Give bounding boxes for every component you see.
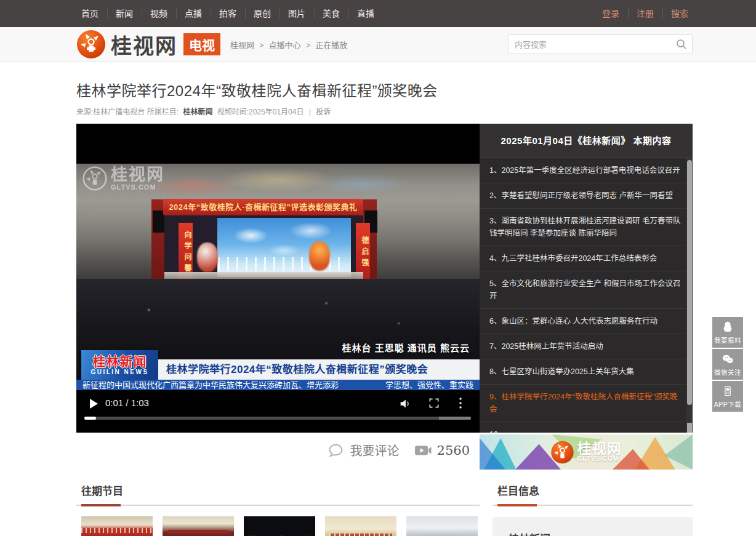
time-display: 0:01 / 1:03: [105, 398, 149, 408]
stage-banner: 2024年“致敬桂院人·奋楫新征程”评选表彰颁奖典礼: [163, 199, 363, 215]
nav-auth-menu: 登录注册搜索: [593, 0, 756, 27]
breadcrumb-item[interactable]: 正在播放: [301, 39, 348, 50]
search-icon[interactable]: [675, 38, 688, 50]
site-logo-icon[interactable]: [76, 30, 106, 59]
playlist-item[interactable]: 8、七星区穿山街道举办2025上关年货大集: [480, 359, 693, 385]
main-content: 桂林学院举行2024年“致敬桂院人奋楫新征程”颁奖晚会 来源:桂林广播电视台 所…: [0, 79, 756, 468]
volume-icon[interactable]: [398, 397, 412, 410]
meta-column-value[interactable]: 桂林新闻: [183, 108, 212, 116]
search-input[interactable]: [508, 34, 693, 54]
section-rule: [493, 505, 693, 506]
stage-side-banner-left: 向学问馨: [179, 223, 193, 279]
app-download-button[interactable]: APP下载: [712, 381, 743, 412]
past-program-thumbnail[interactable]: [244, 516, 315, 536]
site-logo-text[interactable]: 桂视网: [111, 30, 177, 60]
playlist-item[interactable]: 1、2025年第一季度全区经济运行部署电视电话会议召开: [480, 158, 693, 183]
site-header: 桂视网 电视 桂视网点播中心正在播放: [0, 27, 756, 62]
nav-auth-item[interactable]: 注册: [628, 0, 662, 27]
nav-auth-item[interactable]: 搜索: [662, 0, 697, 27]
breadcrumb-item[interactable]: 点播中心: [254, 39, 301, 50]
meta-divider: |: [309, 108, 311, 116]
breadcrumb-item[interactable]: 桂视网: [230, 39, 254, 50]
column-info-box: 桂林新闻: [493, 517, 693, 536]
report-link[interactable]: 投诉: [316, 108, 331, 116]
playlist-scrollbar[interactable]: [686, 158, 693, 433]
nav-item[interactable]: 首页: [73, 0, 107, 27]
past-program-thumbnail[interactable]: [81, 516, 153, 536]
column-name[interactable]: 桂林新闻: [509, 530, 677, 536]
news-badge-title: 桂林新闻: [93, 354, 147, 369]
comment-bubble-icon: [328, 442, 345, 459]
playlist-item[interactable]: 9、桂林学院举行2024年“致敬桂院人奋楫新征程”颁奖晚会: [480, 385, 693, 422]
video-frame: 桂视网 GLTVS.COM 2024年“致敬桂院人·奋楫新征程”评选表彰颁奖典礼…: [76, 164, 480, 390]
view-count: 2560: [437, 443, 470, 458]
meta-time: 视频时间:2025年01月04日: [217, 108, 304, 116]
news-program-badge: 桂林新闻 GUILIN NEWS: [81, 350, 158, 380]
site-search: [508, 34, 693, 54]
watermark-text: 桂视网: [111, 167, 164, 183]
report-tip-button[interactable]: 我要报料: [712, 317, 743, 348]
nav-item[interactable]: 图片: [279, 0, 314, 27]
ad-logo: 桂视网 GLTVS.COM: [551, 441, 622, 464]
top-nav: 首页新闻视频点播拍客原创图片美食直播 登录注册搜索: [0, 0, 756, 27]
nav-item[interactable]: 视频: [142, 0, 176, 27]
scrollbar-thumb[interactable]: [687, 160, 692, 405]
past-program-thumbnail[interactable]: [163, 516, 234, 536]
playlist-item[interactable]: 5、全市文化和旅游行业安全生产 和假日市场工作会议召开: [480, 271, 693, 309]
nav-item[interactable]: 原创: [245, 0, 279, 27]
nav-item[interactable]: 直播: [348, 0, 383, 27]
lion-dancer-left: [197, 242, 218, 272]
column-info-title: 栏目信息: [493, 478, 693, 505]
playlist-item[interactable]: 6、象山区：党群心连心 人大代表志愿服务在行动: [480, 309, 693, 334]
ad-logo-text: 桂视网: [577, 442, 622, 455]
news-subtitle: 桂林学院举行2024年“致敬桂院人奋楫新征程”颁奖晚会: [158, 359, 480, 380]
wechat-follow-label: 微信关注: [714, 367, 741, 377]
nav-item[interactable]: 美食: [314, 0, 348, 27]
past-program-thumbnail[interactable]: [406, 516, 478, 536]
playlist-header: 2025年01月04日《桂林新闻》 本期内容: [480, 124, 693, 158]
reporter-credits: 桂林台 王思聪 通讯员 熊云云: [342, 341, 470, 354]
more-options-icon[interactable]: [455, 397, 466, 409]
ad-logo-icon: [551, 441, 574, 464]
tv-channel-badge[interactable]: 电视: [183, 33, 220, 55]
playlist-item[interactable]: 4、九三学社桂林市委召开2024年工作总结表彰会: [480, 246, 693, 271]
wechat-icon: [720, 353, 735, 366]
video-actions: 我要评论 2560: [76, 433, 480, 468]
past-programs-title: 往期节目: [76, 478, 480, 505]
playlist-body: 1、2025年第一季度全区经济运行部署电视电话会议召开2、李楚看望慰问正厅级老领…: [480, 158, 693, 433]
playlist-panel: 2025年01月04日《桂林新闻》 本期内容 1、2025年第一季度全区经济运行…: [480, 124, 693, 433]
video-player[interactable]: 桂视网 GLTVS.COM 2024年“致敬桂院人·奋楫新征程”评选表彰颁奖典礼…: [76, 124, 480, 433]
floating-sidebar: 我要报料 微信关注 APP下载: [712, 317, 743, 413]
play-button[interactable]: [90, 399, 98, 409]
ad-banner[interactable]: 桂视网 GLTVS.COM: [480, 434, 693, 470]
playlist-item[interactable]: 7、2025桂林网上年货节活动启动: [480, 334, 693, 359]
below-player-row: 我要评论 2560: [76, 433, 693, 468]
lion-dancer-right: [309, 241, 330, 271]
video-controls: 0:01 / 1:03: [76, 390, 480, 433]
nav-menu: 首页新闻视频点播拍客原创图片美食直播: [73, 0, 383, 27]
mobile-phone-icon: [722, 385, 734, 398]
past-program-thumbnail[interactable]: [325, 516, 396, 536]
news-ticker: 新征程的中国式现代化广西篇章为中华民族伟大复兴添砖加瓦、增光添彩 学思想、强党性…: [76, 380, 480, 390]
qq-penguin-icon: [721, 321, 734, 334]
nav-item[interactable]: 新闻: [107, 0, 142, 27]
nav-item[interactable]: 拍客: [211, 0, 245, 27]
progress-bar[interactable]: [84, 417, 471, 420]
buffer-bar: [439, 417, 471, 420]
nav-auth-item[interactable]: 登录: [593, 0, 628, 27]
stage-side-banner-right: 德启强: [356, 223, 370, 279]
past-programs-list: [76, 516, 480, 536]
playlist-item[interactable]: 10、: [480, 422, 693, 433]
nav-item[interactable]: 点播: [176, 0, 211, 27]
playlist-item[interactable]: 3、湖南省政协到桂林开展湘桂运河建设调研 毛万春带队 钱学明陪同 李楚参加座谈 …: [480, 209, 693, 246]
scrollbar-end-block[interactable]: [687, 423, 692, 433]
video-views-icon: [414, 444, 432, 457]
app-download-label: APP下载: [714, 399, 742, 409]
breadcrumb: 桂视网点播中心正在播放: [230, 39, 347, 50]
video-meta: 来源:桂林广播电视台 所属栏目: 桂林新闻 视频时间:2025年01月04日 |…: [76, 106, 693, 116]
fullscreen-icon[interactable]: [428, 397, 440, 409]
wechat-follow-button[interactable]: 微信关注: [712, 349, 743, 380]
report-tip-label: 我要报料: [714, 335, 741, 345]
comment-button[interactable]: 我要评论: [328, 441, 400, 459]
playlist-item[interactable]: 2、李楚看望慰问正厅级老领导老同志 卢新华一同看望: [480, 183, 693, 209]
